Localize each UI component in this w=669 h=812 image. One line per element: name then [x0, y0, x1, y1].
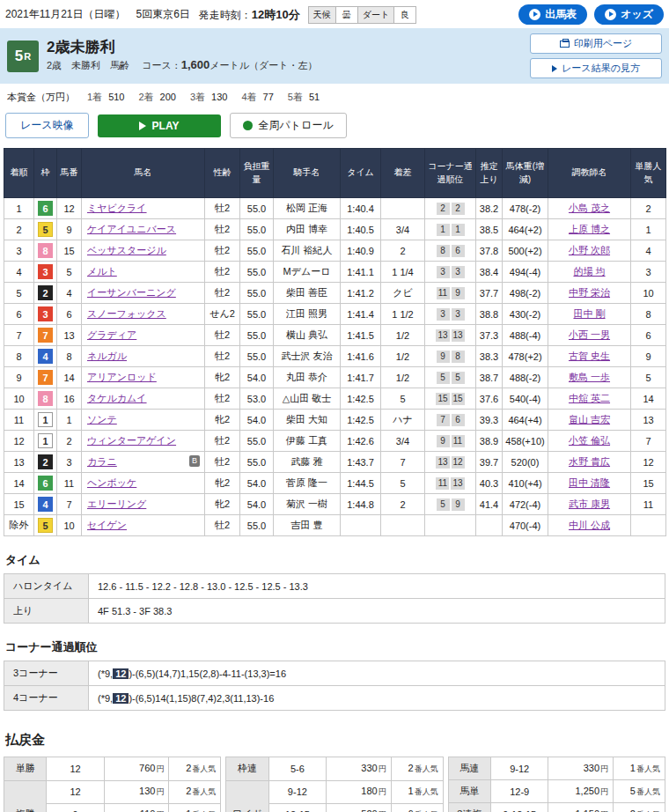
trainer-name-link[interactable]: 小西 一男: [569, 329, 610, 340]
waku-badge: 3: [38, 264, 53, 279]
horse-name-cell: セイゲン: [82, 515, 205, 536]
top-bar: 2021年11月21日（日曜） 5回東京6日 発走時刻：12時10分 天候 曇 …: [0, 0, 669, 28]
sex-age: せん2: [205, 304, 240, 325]
bet-type: 単勝: [4, 757, 47, 781]
column-header: 性齢: [205, 149, 240, 198]
column-header: 枠: [34, 149, 57, 198]
trainer-name-link[interactable]: 田中 清隆: [569, 477, 610, 488]
prize-rank: 5着: [288, 92, 303, 102]
payout-amount: 1,150円: [548, 803, 614, 812]
payout-amount: 330円: [548, 757, 614, 780]
last-3f: 40.3: [476, 473, 503, 494]
trainer-cell: 敷島 一歩: [548, 367, 631, 388]
result-row: 636スノーフォックスせん255.0江田 照男1:41.41 1/23338.8…: [4, 304, 666, 325]
race-video-button[interactable]: レース映像: [5, 113, 89, 138]
horse-number: 15: [57, 240, 82, 262]
payout-table: 単勝12760円2番人気複勝12130円2番人気9110円1番人気15180円4…: [4, 757, 221, 812]
bet-type: 馬単: [448, 780, 490, 803]
horse-name-link[interactable]: ミヤビクライ: [87, 203, 147, 213]
finish-position: 15: [4, 494, 34, 515]
horse-name-link[interactable]: セイゲン: [87, 520, 127, 530]
margin: 2: [381, 494, 425, 515]
waku-badge: 7: [38, 328, 53, 343]
trainer-name-link[interactable]: 水野 貴広: [569, 456, 610, 467]
last-3f: 38.4: [476, 262, 503, 283]
race-date: 2021年11月21日（日曜） 5回東京6日: [5, 7, 190, 22]
prize-item: 2着200: [138, 91, 175, 104]
horse-name-link[interactable]: アリアンロッド: [87, 372, 157, 382]
margin: 1/2: [381, 346, 425, 367]
trainer-name-link[interactable]: 畠山 吉宏: [569, 414, 610, 424]
horse-number: 6: [57, 304, 82, 325]
horse-name-link[interactable]: ソンテ: [87, 414, 117, 424]
horse-name-link[interactable]: エリーリング: [87, 498, 146, 509]
horse-weight: 500(+2): [503, 240, 548, 262]
horse-name-link[interactable]: ベッサスタージル: [87, 245, 166, 255]
horse-name-link[interactable]: グラディア: [87, 329, 136, 340]
horse-weight: 540(-4): [503, 388, 548, 410]
trainer-name-link[interactable]: 上原 博之: [569, 224, 610, 234]
odds-button[interactable]: オッズ: [594, 4, 664, 25]
trainer-name-link[interactable]: 敷島 一歩: [569, 372, 610, 382]
print-button[interactable]: 印刷用ページ: [530, 33, 662, 54]
jockey-name: 吉田 豊: [274, 515, 341, 536]
horse-name-link[interactable]: イーサンバーニング: [87, 287, 176, 298]
horse-name-link[interactable]: スノーフォックス: [87, 308, 166, 319]
jockey-name: 丸田 恭介: [274, 367, 341, 388]
horse-weight: 478(+2): [503, 346, 548, 367]
shutuba-button[interactable]: 出馬表: [518, 4, 587, 25]
trainer-name-link[interactable]: 小島 茂之: [569, 203, 610, 213]
result-guide-button[interactable]: レース結果の見方: [530, 58, 662, 78]
corner-positions: [425, 515, 476, 536]
trainer-cell: 中舘 英二: [548, 388, 631, 410]
horse-number: 12: [57, 198, 82, 219]
trainer-name-link[interactable]: 小野 次郎: [569, 245, 610, 255]
trainer-name-link[interactable]: 田中 剛: [573, 308, 605, 319]
horse-name-link[interactable]: ヘンボッケ: [87, 477, 136, 488]
race-number-badge: 5R: [7, 41, 39, 72]
corner-position: 3: [452, 308, 465, 321]
result-row: 848ネルガル牡255.0武士沢 友治1:41.61/29838.3478(+2…: [4, 346, 666, 367]
margin: 2: [381, 240, 425, 262]
odds-icon: [605, 9, 616, 20]
play-button[interactable]: PLAY: [98, 114, 221, 137]
horse-name-link[interactable]: ケイアイユニバース: [87, 224, 176, 234]
trainer-name-link[interactable]: 中野 栄治: [569, 287, 610, 298]
horse-name-link[interactable]: タケルカムイ: [87, 393, 147, 403]
horse-name-link[interactable]: メルト: [87, 266, 117, 277]
finish-position: 11: [4, 410, 34, 431]
trainer-name-link[interactable]: 古賀 史生: [569, 351, 610, 361]
trainer-name-link[interactable]: 中川 公成: [569, 520, 610, 530]
waku-cell: 6: [34, 198, 57, 219]
horse-name-cell: ソンテ: [82, 410, 205, 431]
load-weight: 55.0: [240, 262, 274, 283]
horse-name-link[interactable]: ウィンターアゲイン: [87, 435, 176, 446]
waku-cell: 7: [34, 325, 57, 346]
horse-name-cell: ケイアイユニバース: [82, 219, 205, 240]
yen-unit: 円: [600, 787, 608, 796]
waku-cell: 3: [34, 304, 57, 325]
horse-name-link[interactable]: カラニ: [87, 456, 117, 467]
arrow-right-icon: [552, 65, 557, 72]
patrol-video-button[interactable]: 全周パトロール: [230, 113, 347, 138]
horse-number: 11: [57, 473, 82, 494]
horse-name-cell: ネルガル: [82, 346, 205, 367]
horse-name-link[interactable]: ネルガル: [87, 351, 127, 361]
result-row: 524イーサンバーニング牡255.0柴田 善臣1:41.2クビ11937.749…: [4, 283, 666, 304]
finish-position: 4: [4, 262, 34, 283]
corner-position: 8: [437, 245, 450, 257]
corner-position: 9: [452, 498, 465, 511]
corner-position: 1: [437, 224, 450, 236]
trainer-name-link[interactable]: 小笠 倫弘: [569, 435, 610, 446]
payout-heading: 払戻金: [5, 732, 664, 749]
race-title: 2歳未勝利: [47, 40, 318, 56]
jockey-name: 菊沢 一樹: [274, 494, 341, 515]
trainer-name-link[interactable]: 的場 均: [573, 266, 605, 277]
sex-age: 牡2: [205, 262, 240, 283]
result-row: 1111ソンテ牝254.0柴田 大知1:42.5ハナ7639.3464(+4)畠…: [4, 410, 666, 431]
result-row: 1612ミヤビクライ牡255.0松岡 正海1:40.42238.2478(-2)…: [4, 198, 666, 219]
trainer-name-link[interactable]: 中舘 英二: [569, 393, 610, 403]
yen-unit: 円: [379, 764, 386, 773]
horse-weight: 520(0): [503, 452, 548, 473]
trainer-name-link[interactable]: 武市 康男: [569, 498, 610, 509]
